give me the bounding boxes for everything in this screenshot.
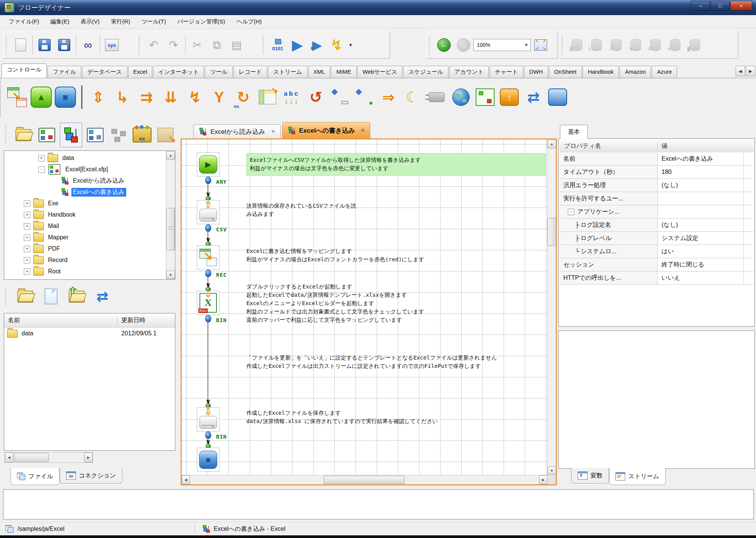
category-tab[interactable]: インターネット	[153, 66, 204, 78]
tree-item-Root[interactable]: +Root	[4, 266, 166, 277]
scrollbar-thumb[interactable]	[166, 208, 175, 250]
property-value[interactable]: いいえ	[658, 271, 744, 284]
plug-control-icon[interactable]	[425, 84, 448, 111]
new-file-button[interactable]	[40, 284, 62, 309]
open-project-button[interactable]	[13, 123, 34, 147]
import-control-icon[interactable]: ↑	[546, 84, 569, 111]
category-tab[interactable]: チャート	[490, 66, 523, 78]
tabs-scroll-right-button[interactable]: ▶	[746, 66, 755, 76]
flow-comment[interactable]: 決算情報の保存されているCSVファイルを読 み込みます	[246, 202, 545, 218]
sleep-control-icon[interactable]: ☾	[401, 84, 424, 111]
property-value[interactable]: システム設定	[658, 232, 744, 245]
scrollbar-thumb[interactable]	[14, 453, 49, 462]
category-tab[interactable]: DWH	[524, 66, 548, 78]
tab-basic-properties[interactable]: 基本	[560, 125, 588, 139]
expand-icon[interactable]: +	[24, 246, 30, 252]
upload-control-icon[interactable]: ↑	[498, 84, 521, 111]
scroll-down-button[interactable]: ▼	[547, 467, 556, 475]
collapse-icon[interactable]: -	[38, 166, 45, 173]
property-value[interactable]: 180	[658, 166, 744, 178]
canvas-vscrollbar[interactable]: ▲ ▼	[547, 140, 556, 475]
table-control-icon[interactable]	[256, 84, 279, 111]
menu-item[interactable]: ファイル(F)	[4, 17, 44, 27]
category-tab[interactable]: レコード	[233, 66, 267, 78]
mapper-node[interactable]: ↘	[197, 245, 220, 270]
category-tab[interactable]: Webサービス	[357, 66, 403, 78]
save-as-button[interactable]: ✎	[54, 34, 74, 56]
category-tab[interactable]: XML	[308, 66, 331, 78]
find-button[interactable]: ∞	[78, 34, 98, 56]
file-row-data[interactable]: data2012/09/05 1	[4, 327, 175, 340]
property-value[interactable]: (なし)	[658, 219, 744, 231]
tree-item-data[interactable]: +data	[4, 152, 166, 164]
start-node[interactable]: ▶	[197, 152, 220, 177]
close-tab-icon[interactable]: ×	[361, 127, 365, 134]
tab-files[interactable]: ファイル	[11, 468, 60, 485]
menu-item[interactable]: 実行(R)	[106, 17, 135, 27]
property-value[interactable]	[658, 192, 744, 205]
scroll-up-button[interactable]: ▲	[547, 140, 556, 148]
scroll-down-button[interactable]: ▼	[166, 271, 175, 279]
package-export-button[interactable]	[155, 123, 176, 147]
expand-icon[interactable]: +	[24, 257, 30, 264]
tree-item-Handbook[interactable]: +Handbook	[4, 209, 166, 220]
tree-item-Mail[interactable]: +Mail	[4, 220, 166, 232]
category-tab[interactable]: アカウント	[449, 66, 489, 78]
new-project-button[interactable]	[36, 123, 57, 147]
tree-item-Mapper[interactable]: +Mapper	[4, 232, 166, 243]
fork-condition-control-icon[interactable]: ⇊	[159, 84, 182, 111]
zoom-select[interactable]: 100% ▼	[473, 39, 531, 51]
new-flow-service-button[interactable]	[60, 122, 82, 147]
subflow-control-icon[interactable]	[474, 84, 496, 111]
column-header-date[interactable]: 更新日時	[117, 316, 175, 324]
category-tab[interactable]: MIME	[331, 66, 356, 78]
menu-item[interactable]: バージョン管理(S)	[172, 17, 230, 27]
menu-item[interactable]: ヘルプ(H)	[232, 17, 267, 27]
flow-node-control-icon[interactable]	[353, 84, 376, 111]
component-chest-button[interactable]: ex	[131, 123, 153, 147]
expand-icon[interactable]: +	[24, 200, 30, 207]
fit-window-button[interactable]	[531, 34, 550, 56]
stop-loop-control-icon[interactable]: ↺	[305, 84, 327, 111]
open-file-button[interactable]	[14, 284, 36, 309]
tree-item-Excel[Excel.xfp][interactable]: -Excel[Excel.xfp]	[4, 164, 166, 175]
property-value[interactable]: Excelへの書き込み	[658, 152, 744, 165]
scrollbar-thumb[interactable]	[547, 218, 556, 246]
category-tab[interactable]: コントロール	[2, 64, 47, 78]
tree-item-PDF[interactable]: +PDF	[4, 243, 166, 254]
category-tab[interactable]: スケジュール	[403, 66, 448, 78]
move-control-icon[interactable]: ⇕	[87, 84, 110, 111]
fork-control-icon[interactable]: ↳	[111, 84, 134, 111]
scroll-right-button[interactable]: ▶	[84, 453, 93, 462]
property-value[interactable]: 終了時に閉じる	[658, 258, 744, 271]
tabs-scroll-left-button[interactable]: ◀	[736, 66, 745, 76]
menu-item[interactable]: ツール(T)	[136, 17, 171, 27]
end-node[interactable]: ■	[197, 448, 220, 472]
category-tab[interactable]: Excel	[128, 66, 153, 78]
end-control-icon[interactable]: ■	[54, 84, 77, 111]
output-port[interactable]	[205, 431, 211, 439]
file-put-node[interactable]: ⇩	[197, 407, 220, 431]
flow-comment[interactable]: Excelに書き込む情報をマッピングします 利益がマイナスの場合はExcelのフ…	[246, 247, 545, 264]
scrollbar-thumb[interactable]	[324, 476, 405, 484]
category-tab[interactable]: ファイル	[48, 66, 81, 78]
flow-comment[interactable]: ExcelファイルへCSVファイルから取得した決算情報を書き込みます 利益がマイ…	[246, 153, 546, 176]
minimize-button[interactable]: –	[691, 1, 710, 11]
scroll-left-button[interactable]: ◀	[182, 475, 190, 484]
refresh-button[interactable]: ⇄	[91, 284, 113, 309]
flow-comment[interactable]: ダブルクリックするとExcelが起動します 起動したExcelでdata/決算情…	[246, 282, 545, 324]
expand-icon[interactable]: +	[38, 155, 45, 161]
column-control-icon[interactable]: abc↓↓↓	[280, 84, 303, 111]
property-value[interactable]: (なし)	[658, 179, 744, 192]
run-button[interactable]: ▶	[288, 34, 307, 56]
maximize-button[interactable]: □	[711, 1, 730, 11]
file-list-hscrollbar[interactable]: ◀ ▶	[5, 452, 93, 463]
tree-item-Exe[interactable]: +Exe	[4, 198, 166, 209]
expand-icon[interactable]: +	[24, 223, 30, 229]
expand-icon[interactable]: +	[24, 268, 30, 275]
quick-run-button[interactable]: ↯	[327, 34, 346, 56]
debug-compile-button[interactable]: 0101	[268, 34, 288, 56]
web-control-icon[interactable]	[450, 84, 472, 111]
property-value[interactable]: はい	[658, 245, 744, 258]
node-map-button[interactable]	[108, 123, 129, 147]
